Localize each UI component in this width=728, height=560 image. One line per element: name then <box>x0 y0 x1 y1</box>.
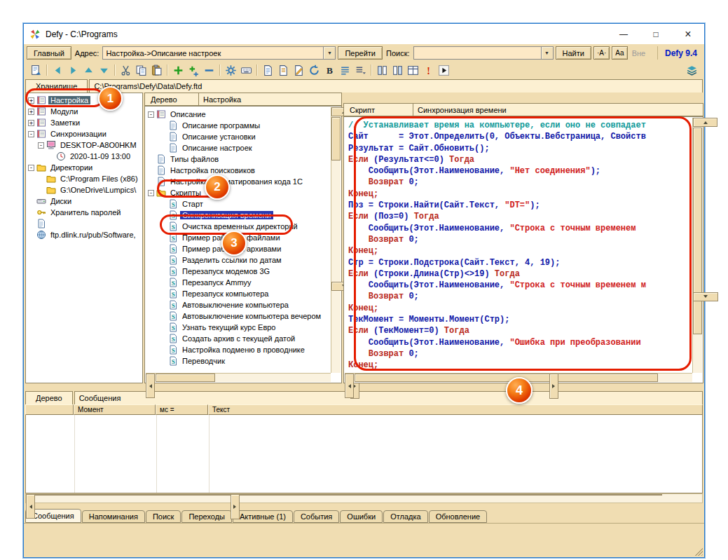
dropdown-arrow-icon[interactable]: ▼ <box>323 47 335 59</box>
view-menu-icon[interactable] <box>353 63 368 78</box>
tree-item[interactable]: SСтарт <box>146 198 331 210</box>
bottom-tab[interactable]: Ошибки <box>340 510 383 523</box>
expand-plus-icon[interactable]: + <box>28 97 34 104</box>
scroll-right-icon[interactable] <box>549 374 558 399</box>
scroll-right-icon[interactable] <box>231 494 240 519</box>
tree-item[interactable]: SПерезапуск модемов 3G <box>146 266 331 277</box>
tree-item[interactable]: Описание программы <box>146 120 331 131</box>
collapse-minus-icon[interactable]: - <box>28 165 34 171</box>
script-editor-body[interactable]: // Устанавливает время на компьютере, ес… <box>343 116 703 383</box>
expand-plus-icon[interactable]: + <box>28 109 34 115</box>
bottom-tab[interactable]: Обновление <box>429 510 488 523</box>
add-icon[interactable] <box>171 63 186 78</box>
tree-item[interactable]: SУзнать текущий курс Евро <box>146 322 331 333</box>
panel-splitter[interactable] <box>24 384 704 390</box>
paste-icon[interactable] <box>149 63 164 78</box>
bottom-tab[interactable]: Переходы <box>181 510 232 523</box>
tree-item[interactable]: SАвтовыключение компьютера вечером <box>146 310 331 322</box>
column-header[interactable] <box>25 404 74 415</box>
tree-item[interactable]: Хранитель паролей <box>26 207 142 218</box>
bottom-tab[interactable]: Поиск <box>146 510 181 523</box>
scroll-thumb[interactable] <box>35 494 662 496</box>
tab-messages-tree[interactable]: Дерево <box>25 391 73 404</box>
messages-horizontal-scrollbar[interactable] <box>25 493 703 503</box>
tree-item[interactable]: SПерезапуск компьютера <box>146 288 331 299</box>
column-header[interactable]: мс = <box>156 404 208 415</box>
add-child-icon[interactable] <box>186 63 201 78</box>
tree-item[interactable]: SНастройка подменю в проводнике <box>146 344 331 355</box>
tree-item[interactable]: SСинхронизация времени <box>146 210 331 221</box>
code-editor[interactable]: // Устанавливает время на компьютере, ес… <box>345 118 692 373</box>
list-icon[interactable] <box>338 63 352 78</box>
tree-item[interactable]: -Скрипты <box>146 187 331 198</box>
tree-item[interactable]: SПереводчик <box>146 355 331 367</box>
split-window-icon[interactable] <box>406 63 420 78</box>
vertical-scrollbar[interactable] <box>331 107 341 373</box>
tab-script[interactable]: Скрипт <box>343 103 413 116</box>
layers-icon[interactable] <box>685 63 699 78</box>
main-menu-button[interactable]: Главный <box>27 46 71 60</box>
panel-columns2-icon[interactable] <box>390 63 405 78</box>
refresh-icon[interactable] <box>307 63 322 78</box>
document-icon[interactable] <box>261 63 275 78</box>
tree-item[interactable]: SОчистка временных директорий <box>146 221 331 232</box>
tree-item[interactable]: Типы файлов <box>146 153 331 165</box>
tab-tree[interactable]: Дерево <box>144 93 199 106</box>
copy-icon[interactable] <box>134 63 149 78</box>
collapse-minus-icon[interactable]: - <box>28 131 34 137</box>
form-icon[interactable] <box>276 63 291 78</box>
open-file-icon[interactable] <box>29 63 43 78</box>
scroll-thumb[interactable] <box>331 117 341 161</box>
find-button[interactable]: Найти <box>556 46 591 60</box>
bottom-tab[interactable]: События <box>294 510 339 523</box>
tab-storage[interactable]: Хранилище <box>25 79 88 93</box>
address-combobox[interactable]: Настройка->Описание настроек ▼ <box>102 46 336 60</box>
back-icon[interactable] <box>50 63 65 78</box>
horizontal-scrollbar[interactable] <box>146 373 331 382</box>
bottom-tab[interactable]: Напоминания <box>82 510 145 523</box>
forward-icon[interactable] <box>66 63 81 78</box>
scroll-thumb[interactable] <box>156 374 215 382</box>
important-icon[interactable]: ! <box>421 63 436 78</box>
search-combobox[interactable]: ▼ <box>413 46 554 60</box>
tree-item[interactable]: Описание установки <box>146 131 331 142</box>
bold-icon[interactable]: B <box>322 63 337 78</box>
delete-icon[interactable] <box>202 63 217 78</box>
keyboard-icon[interactable] <box>239 63 254 78</box>
font-case-button[interactable]: Аа <box>612 46 627 60</box>
minimize-button[interactable]: — <box>607 24 640 44</box>
messages-table[interactable] <box>25 415 703 493</box>
dropdown-arrow-icon[interactable]: ▼ <box>541 47 553 59</box>
tree-item[interactable]: SАвтовыключение компьютера <box>146 299 331 310</box>
settings-gear-icon[interactable] <box>224 63 238 78</box>
tree-item[interactable]: ftp.dlink.ru/pub/Software, <box>26 229 142 240</box>
tree-item[interactable] <box>26 218 142 229</box>
down-icon[interactable] <box>97 63 111 78</box>
storage-tree-panel[interactable]: +Настройка+Модули+Заметки-Синхронизации-… <box>25 93 143 383</box>
scroll-left-icon[interactable] <box>26 494 35 519</box>
tree-item[interactable]: G:\OneDrive\Lumpics\ <box>26 184 142 196</box>
bottom-tab[interactable]: Отладка <box>383 510 427 523</box>
tree-item[interactable]: +Модули <box>26 106 142 117</box>
tree-item[interactable]: Настройка поисковиков <box>146 165 331 176</box>
tree-item[interactable]: -Директории <box>26 162 142 173</box>
panel-columns-icon[interactable] <box>375 63 390 78</box>
scroll-down-icon[interactable] <box>693 292 718 301</box>
scroll-left-icon[interactable] <box>345 374 354 398</box>
tree-item[interactable]: Настройка форматирования кода 1С <box>146 176 331 187</box>
tree-item[interactable]: Описание настроек <box>146 142 331 153</box>
expand-plus-icon[interactable]: + <box>28 120 34 126</box>
up-icon[interactable] <box>81 63 96 78</box>
tree-item[interactable]: -Описание <box>146 109 331 120</box>
tree-item[interactable]: SСоздать архив с текущей датой <box>146 333 331 344</box>
close-button[interactable]: × <box>672 24 704 44</box>
tree-item[interactable]: C:\Program Files (x86) <box>26 173 142 184</box>
tree-item[interactable]: +Заметки <box>26 117 142 128</box>
scroll-left-icon[interactable] <box>146 374 155 398</box>
tree-item[interactable]: SРазделить ссылки по датам <box>146 254 331 266</box>
column-header[interactable]: Текст <box>208 404 703 415</box>
go-button[interactable]: Перейти <box>338 46 383 60</box>
tree-item[interactable]: 2020-11-09 13:00 <box>26 151 142 162</box>
scroll-up-icon[interactable] <box>693 118 717 127</box>
tree-item[interactable]: -Синхронизации <box>26 128 142 139</box>
